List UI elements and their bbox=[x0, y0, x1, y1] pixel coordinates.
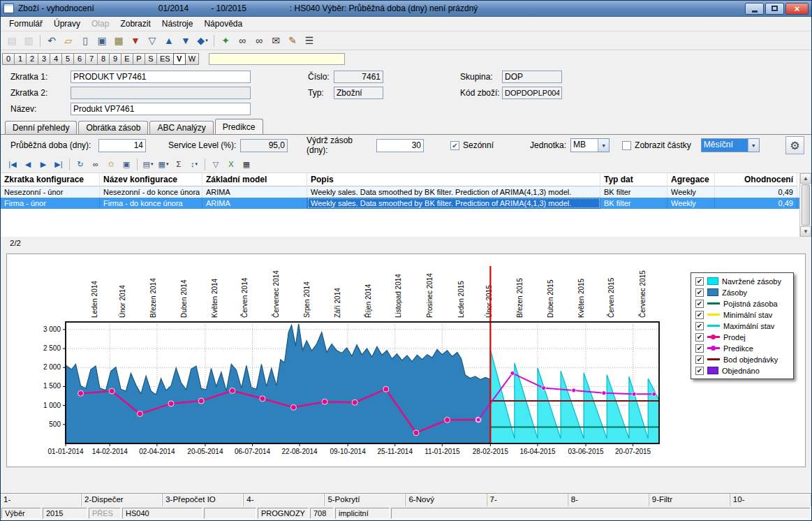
legend-checkbox[interactable]: ✔ bbox=[695, 311, 704, 319]
find-next-icon[interactable]: ∞ bbox=[251, 33, 267, 48]
record-tab-2[interactable]: 2 bbox=[26, 53, 38, 65]
sum-icon[interactable]: Σ bbox=[172, 157, 186, 171]
column-header-6[interactable]: Agregace bbox=[667, 173, 715, 186]
lead-time-input[interactable] bbox=[98, 139, 146, 152]
legend-checkbox[interactable]: ✔ bbox=[695, 322, 704, 330]
column-header-3[interactable]: Základní model bbox=[202, 173, 307, 186]
grid-settings-icon[interactable]: ▦ bbox=[239, 157, 253, 171]
service-level-input[interactable] bbox=[240, 139, 288, 152]
last-record-icon[interactable]: ▶| bbox=[52, 157, 66, 171]
record-tab-7[interactable]: 7 bbox=[85, 53, 98, 65]
titlebar[interactable]: Zboží - vyhodnocení 01/2014 - 10/2015 : … bbox=[1, 1, 811, 17]
unit-select[interactable]: MB ▼ bbox=[570, 138, 610, 152]
paste-record-icon[interactable]: ▦ bbox=[111, 33, 126, 48]
legend-checkbox[interactable]: ✔ bbox=[695, 355, 704, 364]
zkratka1-input[interactable] bbox=[71, 71, 251, 83]
open-icon[interactable]: ▱ bbox=[61, 33, 76, 48]
zkratka2-input[interactable] bbox=[71, 87, 251, 99]
record-tab-8[interactable]: 8 bbox=[97, 53, 110, 65]
record-tab-e[interactable]: E bbox=[121, 53, 133, 65]
close-button[interactable]: × bbox=[785, 3, 809, 15]
record-tab-es[interactable]: ES bbox=[156, 53, 174, 65]
function-key-10[interactable]: 10- bbox=[730, 494, 811, 506]
chevron-down-icon[interactable]: ▼ bbox=[598, 139, 609, 152]
add-favorite-icon[interactable]: ✩ bbox=[104, 157, 118, 171]
scroll-down-icon[interactable]: ▼ bbox=[800, 226, 811, 237]
function-key-6[interactable]: 6-Nový bbox=[406, 494, 487, 506]
next-record-icon[interactable]: ▶ bbox=[36, 157, 50, 171]
record-tab-s[interactable]: S bbox=[145, 53, 157, 65]
undo-icon[interactable]: ↶ bbox=[44, 33, 59, 48]
find-grid-icon[interactable]: ∞ bbox=[89, 157, 103, 171]
legend-checkbox[interactable]: ✔ bbox=[695, 333, 704, 342]
menu-item-olap[interactable]: Olap bbox=[86, 17, 115, 30]
endurance-input[interactable] bbox=[376, 139, 424, 152]
copy-record-icon[interactable]: ▣ bbox=[94, 33, 110, 48]
function-key-7[interactable]: 7- bbox=[487, 494, 568, 506]
mail-icon[interactable]: ✉ bbox=[268, 33, 283, 48]
tab-predikce[interactable]: Predikce bbox=[215, 119, 263, 134]
record-tab-5[interactable]: 5 bbox=[61, 53, 74, 65]
menu-item-upravy[interactable]: Úpravy bbox=[48, 17, 86, 30]
export-icon[interactable]: ▤▾ bbox=[141, 157, 155, 171]
record-tab-9[interactable]: 9 bbox=[109, 53, 121, 65]
notes-icon[interactable]: ✎ bbox=[285, 33, 300, 48]
sort-icon[interactable]: ↕▾ bbox=[187, 157, 201, 171]
prev-record-icon[interactable]: ◀ bbox=[21, 157, 35, 171]
tab-abc-analyzy[interactable]: ABC Analýzy bbox=[149, 121, 213, 134]
function-key-2[interactable]: 2-Dispečer bbox=[82, 494, 163, 506]
table-row[interactable]: Nesezonní - únorNesezonní - do konce úno… bbox=[1, 186, 811, 198]
show-amounts-checkbox[interactable]: Zobrazit částky bbox=[622, 140, 691, 150]
column-header-1[interactable]: Zkratka konfigurace bbox=[1, 173, 100, 186]
maximize-button[interactable] bbox=[765, 3, 784, 15]
legend-checkbox[interactable]: ✔ bbox=[695, 300, 704, 308]
excel-icon[interactable]: X bbox=[224, 157, 238, 171]
legend-checkbox[interactable]: ✔ bbox=[695, 344, 704, 353]
column-header-5[interactable]: Typ dat bbox=[600, 173, 667, 186]
nazev-input[interactable] bbox=[71, 103, 251, 115]
seasonal-checkbox[interactable]: ✔ Sezónní bbox=[450, 140, 494, 150]
typ-input[interactable] bbox=[334, 87, 383, 99]
skupina-input[interactable] bbox=[502, 71, 562, 83]
columns-icon[interactable]: ▦▾ bbox=[156, 157, 170, 171]
function-key-5[interactable]: 5-Pokrytí bbox=[325, 494, 406, 506]
first-record-icon[interactable]: |◀ bbox=[6, 157, 20, 171]
record-tab-3[interactable]: 3 bbox=[38, 53, 50, 65]
legend-checkbox[interactable]: ✔ bbox=[695, 277, 704, 286]
column-header-4[interactable]: Popis bbox=[307, 173, 600, 186]
kod-zbozi-input[interactable] bbox=[502, 87, 562, 99]
goto-icon[interactable]: ◆▾ bbox=[195, 33, 210, 48]
chevron-down-icon[interactable]: ▼ bbox=[748, 139, 759, 152]
legend-checkbox[interactable]: ✔ bbox=[695, 288, 704, 297]
function-key-4[interactable]: 4- bbox=[244, 494, 325, 506]
new-record-icon[interactable]: ▯ bbox=[77, 33, 93, 48]
move-down-icon[interactable]: ▼ bbox=[178, 33, 193, 48]
menu-item-napoveda[interactable]: Nápověda bbox=[198, 17, 248, 30]
quick-filter-input[interactable] bbox=[209, 53, 345, 65]
tab-obratka-zasob[interactable]: Obrátka zásob bbox=[78, 121, 148, 134]
minimize-button[interactable] bbox=[745, 3, 764, 15]
record-tab-v[interactable]: V bbox=[173, 53, 186, 65]
copy-cell-icon[interactable]: ▣ bbox=[119, 157, 133, 171]
column-header-7[interactable]: Ohodnocení bbox=[715, 173, 797, 186]
menu-item-formular[interactable]: Formulář bbox=[3, 17, 48, 30]
grid-scrollbar[interactable]: ▲ ▼ bbox=[799, 173, 811, 237]
record-tab-p[interactable]: P bbox=[133, 53, 145, 65]
record-tab-1[interactable]: 1 bbox=[14, 53, 27, 65]
scroll-up-icon[interactable]: ▲ bbox=[800, 173, 811, 184]
column-header-2[interactable]: Název konfigurace bbox=[100, 173, 202, 186]
filter-row-icon[interactable]: ▽ bbox=[209, 157, 223, 171]
record-tab-6[interactable]: 6 bbox=[73, 53, 86, 65]
table-row[interactable]: Firma - únorFirma - do konce únoraARIMAW… bbox=[1, 198, 811, 209]
find-icon[interactable]: ∞ bbox=[235, 33, 250, 48]
record-tab-4[interactable]: 4 bbox=[50, 53, 62, 65]
cislo-input[interactable] bbox=[334, 71, 383, 83]
function-key-1[interactable]: 1- bbox=[1, 494, 82, 506]
filter-icon[interactable]: ▼ bbox=[128, 33, 143, 48]
move-up-icon[interactable]: ▲ bbox=[161, 33, 177, 48]
scrollbar-thumb[interactable] bbox=[802, 184, 810, 226]
function-key-8[interactable]: 8- bbox=[568, 494, 649, 506]
function-key-9[interactable]: 9-Filtr bbox=[649, 494, 730, 506]
settings-button[interactable]: ⚙ bbox=[785, 136, 804, 154]
record-tab-w[interactable]: W bbox=[185, 53, 199, 65]
